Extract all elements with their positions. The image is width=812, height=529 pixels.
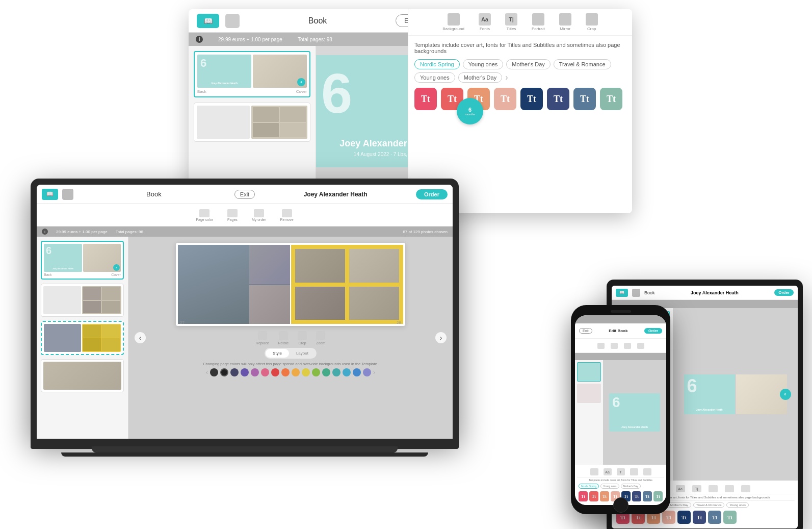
laptop-color-dot-9[interactable] (292, 368, 300, 376)
phone-exit-btn[interactable]: Exit (579, 328, 592, 334)
laptop-remove-tool[interactable]: Remove (280, 209, 294, 221)
tablet-edit-5 (741, 485, 750, 492)
laptop-yellow-cell4 (348, 286, 400, 321)
tablet-tag-mothers1[interactable]: Mother's Day (667, 502, 691, 508)
phone-icon-6[interactable]: Tt (632, 491, 641, 501)
laptop-right-page (291, 245, 403, 324)
laptop-layout-tab[interactable]: Layout (289, 349, 316, 358)
large-thumb-spread[interactable] (194, 103, 310, 142)
laptop-color-dot-3[interactable] (230, 368, 239, 376)
laptop-thumb-cover[interactable]: 6 Joey Alexander Heath 6 Back Cover (41, 241, 124, 280)
laptop-order-btn[interactable]: Order (416, 189, 448, 199)
laptop-rotate-tool[interactable]: Rotate (278, 331, 289, 345)
laptop-zoom-tool[interactable]: Zoom (316, 331, 325, 345)
phone-icon-2[interactable]: Tt (589, 491, 598, 501)
laptop-color-dot-7[interactable] (271, 368, 279, 376)
laptop-crop-icon (298, 331, 307, 340)
laptop-pages-tool[interactable]: Pages (227, 209, 238, 221)
thumb-cover-name: Joey Alexander Heath (197, 82, 251, 85)
tablet-icon-5[interactable]: Tt (677, 511, 691, 524)
large-thumb-cover[interactable]: 6 Joey Alexander Heath 6 Back Cover (194, 51, 310, 97)
phone-icon-7[interactable]: Tt (643, 491, 652, 501)
template-icon-7[interactable]: Tt (600, 88, 622, 110)
template-tag-young1[interactable]: Young ones (463, 59, 504, 69)
laptop-thumb-cover-back: 6 Joey Alexander Heath (44, 244, 82, 272)
template-tag-travel[interactable]: Travel & Romance (554, 59, 611, 69)
tablet-edit-aa: Aa (676, 485, 685, 492)
large-thumb-left-page (197, 106, 250, 139)
template-icon-0[interactable]: Tt (414, 88, 437, 110)
tablet-tag-travel[interactable]: Travel & Romance (693, 502, 724, 508)
laptop-page-color-tool[interactable]: Page color (196, 209, 213, 221)
tablet-icon-7[interactable]: Tt (708, 511, 721, 524)
laptop-my-order-tool[interactable]: My order (252, 209, 266, 221)
phone-thumb-2[interactable] (577, 384, 601, 403)
laptop-color-dot-4[interactable] (241, 368, 249, 376)
laptop-color-dot-10[interactable] (302, 368, 310, 376)
portrait-tool[interactable]: Portrait (532, 13, 545, 31)
laptop-thumb-yellow[interactable] (41, 321, 124, 355)
phone-tag-mothers[interactable]: Mother's Day (621, 484, 641, 489)
laptop-pages-icon (227, 209, 238, 217)
laptop-replace-tool[interactable]: Replace (256, 331, 269, 345)
tablet-icon-6[interactable]: Tt (693, 511, 706, 524)
laptop-nav-left[interactable]: ‹ (135, 332, 146, 343)
laptop-color-dot-15[interactable] (353, 368, 361, 376)
phone-icon-8[interactable]: Tt (653, 491, 663, 501)
laptop-style-tabs: Style Layout (265, 348, 317, 359)
laptop-container: 📖 Book Exit Joey Alexander Heath Order P… (31, 179, 459, 464)
mirror-tool[interactable]: Mirror (559, 13, 571, 31)
laptop-yellow-cell3 (294, 286, 346, 321)
background-tool[interactable]: Background (442, 13, 464, 31)
laptop-thumb-spread-right (82, 286, 122, 314)
laptop-color-dot-14[interactable] (343, 368, 351, 376)
laptop-total-pages: Total pages: 98 (116, 230, 143, 234)
template-icon-6[interactable]: Tt (573, 88, 596, 110)
large-price-text: 29.99 euros + 1.00 per page (218, 37, 282, 42)
laptop-nav-right[interactable]: › (435, 332, 447, 343)
template-icon-4[interactable]: Tt (520, 88, 543, 110)
tablet-icon-8[interactable]: Tt (723, 511, 737, 524)
phone-thumb-1[interactable] (577, 362, 601, 382)
phone-icon-1[interactable]: Tt (579, 491, 588, 501)
laptop-style-tab-active[interactable]: Style (266, 349, 289, 358)
laptop-exit-btn[interactable]: Exit (234, 190, 255, 199)
template-next-arrow[interactable]: › (505, 73, 508, 82)
laptop-yellow-cell2 (348, 248, 400, 284)
crop-tool[interactable]: Crop (586, 13, 598, 31)
template-tag-mothers[interactable]: Mother's Day (506, 59, 550, 69)
template-icon-3[interactable]: Tt (494, 88, 516, 110)
laptop-color-prev[interactable]: ‹ (206, 369, 208, 376)
phone-status-bar (575, 315, 666, 323)
template-tag-mothers2[interactable]: Mother's Day (458, 72, 502, 83)
phone-home-button[interactable] (613, 497, 628, 513)
laptop-thumb-spread[interactable] (41, 284, 124, 317)
titles-tool[interactable]: T| Titles (505, 13, 517, 31)
tablet-icon-4[interactable]: Tt (662, 511, 675, 524)
template-tag-young2[interactable]: Young ones (414, 72, 455, 83)
tablet-order-btn[interactable]: Order (774, 289, 794, 296)
template-icon-5[interactable]: Tt (547, 88, 569, 110)
laptop-color-dot-16[interactable] (363, 368, 371, 376)
phone-icon-3[interactable]: Tt (600, 491, 609, 501)
laptop-color-dot-2[interactable] (220, 368, 228, 376)
laptop-page-color-icon (199, 209, 209, 217)
phone-tag-young[interactable]: Young ones (600, 484, 619, 489)
phone-main: 6 Joey Alexander Heath (575, 360, 666, 465)
laptop-color-dot-1[interactable] (210, 368, 218, 376)
laptop-crop-tool[interactable]: Crop (298, 331, 307, 345)
fonts-tool[interactable]: Aa Fonts (479, 13, 491, 31)
laptop-color-dot-6[interactable] (261, 368, 269, 376)
laptop-color-dot-11[interactable] (312, 368, 320, 376)
phone-tag-nordic[interactable]: Nordic Spring (579, 484, 599, 489)
laptop-color-dot-12[interactable] (322, 368, 330, 376)
laptop-thumb-badge: 6 (113, 264, 120, 271)
laptop-thumb-last[interactable] (41, 359, 124, 392)
tablet-tag-young2[interactable]: Young ones (726, 502, 748, 508)
laptop-color-next[interactable]: › (373, 369, 375, 376)
laptop-color-dot-13[interactable] (332, 368, 340, 376)
laptop-color-dot-5[interactable] (251, 368, 259, 376)
laptop-color-dot-8[interactable] (281, 368, 290, 376)
template-tag-nordic[interactable]: Nordic Spring (414, 59, 460, 69)
phone-order-btn[interactable]: Order (644, 328, 662, 334)
